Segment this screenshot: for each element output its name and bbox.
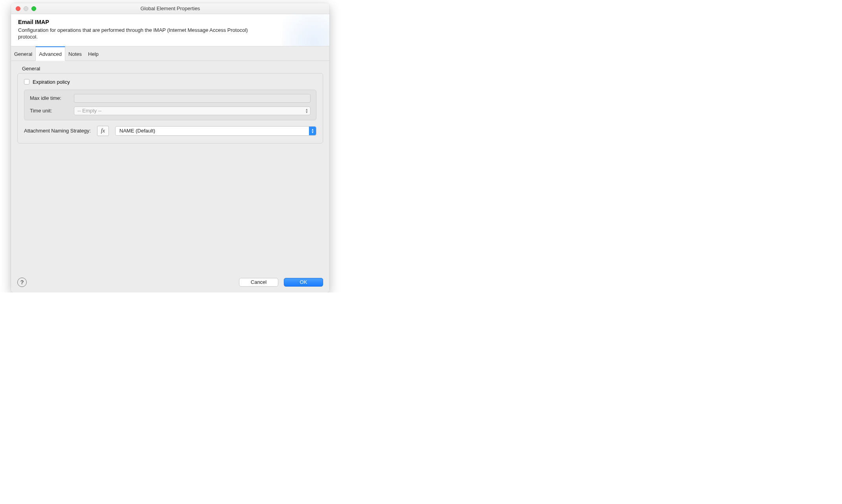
page-title: Email IMAP (18, 19, 322, 25)
chevron-updown-icon: ▴▾ (306, 108, 308, 114)
expiration-inset: Max idle time: Time unit: -- Empty -- ▴▾ (24, 90, 316, 120)
general-panel: Expiration policy Max idle time: Time un… (17, 73, 323, 143)
cancel-button-label: Cancel (251, 279, 267, 285)
expiration-policy-label: Expiration policy (33, 79, 70, 85)
attachment-strategy-value: NAME (Default) (119, 128, 155, 134)
close-icon[interactable] (16, 6, 20, 11)
max-idle-label: Max idle time: (30, 95, 74, 101)
zoom-icon[interactable] (31, 6, 36, 11)
expiration-policy-checkbox[interactable] (24, 79, 29, 85)
attachment-strategy-label: Attachment Naming Strategy: (24, 128, 91, 134)
page-description: Configuration for operations that are pe… (18, 27, 266, 40)
minimize-icon (24, 6, 28, 11)
tab-general[interactable]: General (11, 46, 35, 61)
window-controls (11, 6, 36, 11)
fx-icon: fx (101, 128, 105, 134)
window-title: Global Element Properties (11, 6, 329, 11)
time-unit-label: Time unit: (30, 108, 74, 114)
attachment-strategy-select[interactable]: NAME (Default) ▴▾ (115, 126, 316, 136)
header: Email IMAP Configuration for operations … (11, 14, 329, 46)
section-label: General (22, 66, 323, 72)
ok-button[interactable]: OK (284, 278, 323, 287)
max-idle-row: Max idle time: (30, 94, 311, 103)
titlebar: Global Element Properties (11, 3, 329, 14)
footer: ? Cancel OK (11, 273, 329, 292)
tab-content: General Expiration policy Max idle time:… (11, 61, 329, 273)
help-icon[interactable]: ? (17, 278, 27, 287)
tab-strip: General Advanced Notes Help (11, 46, 329, 61)
fx-button[interactable]: fx (97, 126, 109, 136)
cancel-button[interactable]: Cancel (239, 278, 278, 287)
tab-advanced[interactable]: Advanced (35, 46, 65, 61)
time-unit-value: -- Empty -- (77, 108, 101, 114)
max-idle-input[interactable] (74, 94, 311, 103)
time-unit-row: Time unit: -- Empty -- ▴▾ (30, 107, 311, 115)
dialog-window: Global Element Properties Email IMAP Con… (11, 3, 329, 292)
help-glyph: ? (20, 279, 24, 285)
time-unit-select[interactable]: -- Empty -- ▴▾ (74, 107, 311, 115)
ok-button-label: OK (300, 279, 307, 285)
tab-help[interactable]: Help (85, 46, 102, 61)
attachment-strategy-row: Attachment Naming Strategy: fx NAME (Def… (24, 126, 316, 136)
tab-notes[interactable]: Notes (65, 46, 85, 61)
chevron-updown-icon: ▴▾ (309, 127, 316, 135)
expiration-policy-row: Expiration policy (24, 79, 316, 85)
